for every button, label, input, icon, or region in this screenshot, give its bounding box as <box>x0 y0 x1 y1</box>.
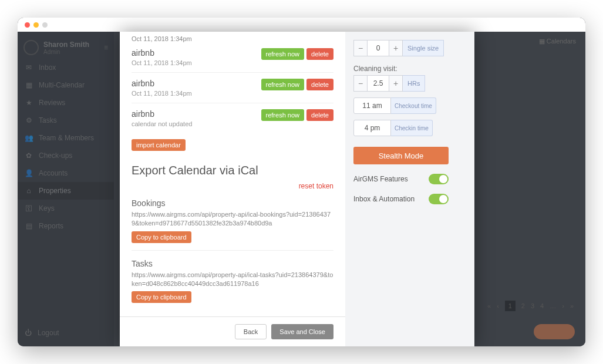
calendar-row: airbnbOct 11, 2018 1:34pmrefresh nowdele… <box>132 72 333 103</box>
size-value: 0 <box>368 40 389 56</box>
nav-icon: ⚙ <box>25 116 33 124</box>
nav-icon: ⚿ <box>25 204 33 213</box>
nav-label: Reviews <box>39 99 65 107</box>
minus-button[interactable]: − <box>353 40 368 56</box>
calendar-name: airbnb <box>132 48 261 58</box>
nav-label: Check-ups <box>39 151 72 160</box>
features-toggle[interactable] <box>429 174 449 184</box>
avatar <box>23 40 39 55</box>
cleaning-stepper[interactable]: − 2.5 + HRs <box>353 75 449 92</box>
reset-token-link[interactable]: reset token <box>299 182 333 190</box>
delete-button[interactable]: delete <box>306 79 333 90</box>
calendar-name: airbnb <box>132 79 261 88</box>
minimize-dot[interactable] <box>33 22 39 28</box>
calendar-row: airbnbOct 11, 2018 1:34pmrefresh nowdele… <box>132 42 333 72</box>
export-section-title: Tasks <box>132 259 333 268</box>
help-button[interactable] <box>534 324 575 339</box>
size-label: Single size <box>403 40 444 56</box>
inbox-toggle[interactable] <box>429 194 449 204</box>
sidebar-item-check-ups[interactable]: ✿Check-ups <box>18 147 114 164</box>
refresh-button[interactable]: refresh now <box>261 79 304 90</box>
calendars-link[interactable]: Calendars <box>547 38 576 45</box>
stealth-mode-button[interactable]: Stealth Mode <box>353 147 449 164</box>
page-link[interactable]: 3 <box>531 302 534 309</box>
page-link[interactable]: … <box>550 302 556 309</box>
property-modal: Oct 11, 2018 1:34pm airbnbOct 11, 2018 1… <box>120 32 474 346</box>
sidebar-item-inbox[interactable]: ✉Inbox <box>18 59 114 76</box>
page-link[interactable]: « <box>487 302 491 309</box>
checkin-label: Checkin time <box>391 120 433 136</box>
plus-button[interactable]: + <box>389 40 403 56</box>
user-name: Sharon Smith <box>43 41 89 49</box>
nav-icon: ▦ <box>25 81 33 89</box>
sidebar-item-accounts[interactable]: 👤Accounts <box>18 164 114 182</box>
calendar-sub: calendar not updated <box>132 120 261 127</box>
plus-button[interactable]: + <box>389 75 403 92</box>
calendar-sub: Oct 11, 2018 1:34pm <box>132 90 261 97</box>
sidebar-item-reports[interactable]: ▤Reports <box>18 217 114 235</box>
calendar-name: airbnb <box>132 109 261 119</box>
save-close-button[interactable]: Save and Close <box>271 324 333 339</box>
delete-button[interactable]: delete <box>306 48 333 60</box>
minus-button[interactable]: − <box>353 75 368 92</box>
sidebar-item-properties[interactable]: ⌂Properties <box>18 182 114 200</box>
sidebar-item-reviews[interactable]: ★Reviews <box>18 94 114 112</box>
features-label: AirGMS Features <box>353 175 408 183</box>
nav-icon: ✿ <box>25 151 33 160</box>
sidebar-item-tasks[interactable]: ⚙Tasks <box>18 112 114 129</box>
cleaning-unit: HRs <box>403 75 425 92</box>
nav-label: Properties <box>39 187 71 195</box>
nav-label: Team & Members <box>39 134 94 142</box>
export-url: https://www.airgms.com/api/property-api/… <box>132 210 333 228</box>
calendar-row: airbnbcalendar not updatedrefresh nowdel… <box>132 103 333 133</box>
nav-icon: ⌂ <box>25 187 33 195</box>
logout-icon: ⏻ <box>25 329 32 337</box>
page-link[interactable]: ‹ <box>497 302 499 309</box>
size-stepper[interactable]: − 0 + Single size <box>353 40 449 56</box>
nav-label: Reports <box>39 222 63 230</box>
checkin-time[interactable]: 4 pm <box>353 120 391 136</box>
export-url: https://www.airgms.com/api/property-api/… <box>132 271 333 288</box>
nav-label: Multi-Calendar <box>39 81 85 89</box>
cleaning-label: Cleaning visit: <box>353 65 449 73</box>
logout-row[interactable]: ⏻ Logout <box>18 324 114 342</box>
inbox-automation-label: Inbox & Automation <box>353 195 415 203</box>
copy-button[interactable]: Copy to clipboard <box>132 231 191 243</box>
page-link[interactable]: › <box>562 302 564 309</box>
window-titlebar <box>18 18 585 32</box>
nav-label: Inbox <box>39 63 56 72</box>
import-calendar-button[interactable]: import calendar <box>132 139 186 151</box>
page-link[interactable]: » <box>570 302 574 309</box>
refresh-button[interactable]: refresh now <box>261 48 304 60</box>
zoom-dot[interactable] <box>42 22 48 28</box>
sidebar-item-team-members[interactable]: 👥Team & Members <box>18 129 114 147</box>
close-dot[interactable] <box>25 22 30 28</box>
logout-label: Logout <box>38 329 59 337</box>
page-link[interactable]: 2 <box>521 302 525 309</box>
pagination[interactable]: «‹1234…›» <box>487 301 574 311</box>
menu-icon[interactable]: ≡ <box>104 43 108 52</box>
refresh-button[interactable]: refresh now <box>261 109 304 121</box>
checkout-time[interactable]: 11 am <box>353 97 391 114</box>
back-button[interactable]: Back <box>235 324 267 339</box>
page-link[interactable]: 1 <box>505 301 516 311</box>
sidebar: Sharon Smith Admin ≡ ✉Inbox▦Multi-Calend… <box>18 32 114 346</box>
nav-icon: 👥 <box>25 134 33 142</box>
delete-button[interactable]: delete <box>306 109 333 121</box>
nav-label: Accounts <box>39 169 68 177</box>
copy-button[interactable]: Copy to clipboard <box>132 291 191 303</box>
user-row: Sharon Smith Admin ≡ <box>18 36 114 59</box>
checkout-label: Checkout time <box>391 97 436 114</box>
nav-label: Tasks <box>39 116 57 124</box>
cleaning-value: 2.5 <box>368 75 389 92</box>
nav-icon: 👤 <box>25 169 33 177</box>
nav-icon: ★ <box>25 99 33 107</box>
page-link[interactable]: 4 <box>540 302 544 309</box>
calendar-sub: Oct 11, 2018 1:34pm <box>132 59 261 66</box>
nav-icon: ▤ <box>25 222 33 230</box>
sidebar-item-keys[interactable]: ⚿Keys <box>18 200 114 217</box>
sidebar-item-multi-calendar[interactable]: ▦Multi-Calendar <box>18 76 114 94</box>
export-section-title: Bookings <box>132 198 333 208</box>
nav-label: Keys <box>39 204 55 213</box>
export-title: Export Calendar via iCal <box>132 164 333 177</box>
